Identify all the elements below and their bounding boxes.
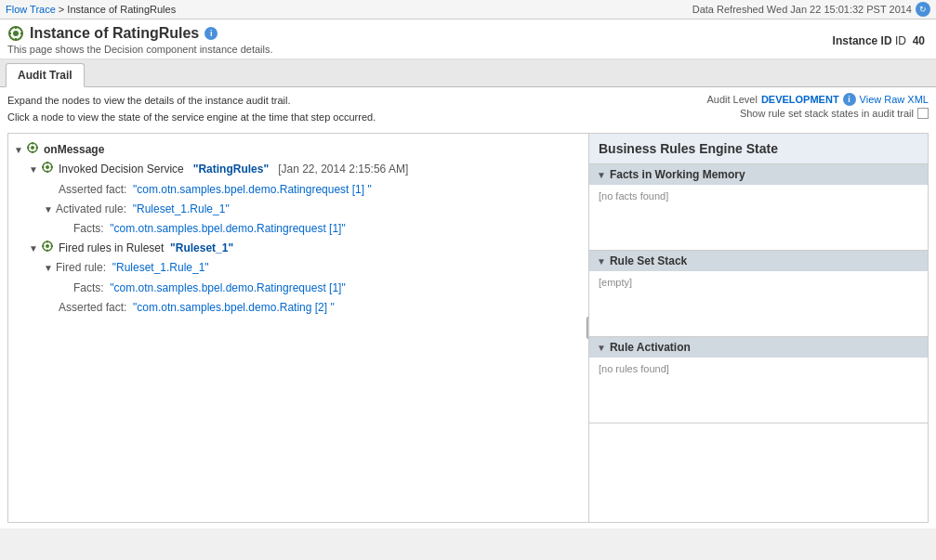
svg-point-13 [46,165,49,169]
toggle-activated[interactable]: ▼ [44,202,53,217]
content-area: Expand the nodes to view the details of … [0,87,936,528]
tree-node-asserted1: Asserted fact: "com.otn.samples.bpel.dem… [59,181,583,199]
gear-invoked-icon [41,161,54,174]
svg-rect-8 [32,142,33,145]
refresh-icon[interactable]: ↻ [916,2,930,17]
audit-description: Expand the nodes to view the details of … [7,93,376,125]
svg-rect-14 [46,162,48,164]
page-header: Instance of RatingRules i This page show… [0,20,936,59]
svg-point-1 [13,31,19,36]
audit-header: Expand the nodes to view the details of … [7,93,929,125]
svg-rect-2 [15,26,17,29]
top-bar: Flow Trace > Instance of RatingRules Dat… [0,0,936,20]
invoked-label: Invoked Decision Service "RatingRules" [… [59,161,408,178]
page-description: This page shows the Decision component i… [7,44,273,55]
audit-level-value[interactable]: DEVELOPMENT [761,94,839,105]
toggle-fired-rule[interactable]: ▼ [44,261,53,276]
toggle-invoked[interactable]: ▼ [29,163,38,177]
tree-node-fired-rule: ▼ Fired rule: "Ruleset_1.Rule_1" [44,259,583,296]
tree-node-facts1: Facts: "com.otn.samples.bpel.demo.Rating… [73,220,583,238]
svg-rect-20 [46,241,48,243]
invoked-service-name: "RatingRules" [193,163,269,176]
svg-rect-3 [15,38,17,41]
ruleset-section-label: Rule Set Stack [610,254,687,267]
audit-level-label: Audit Level [706,94,757,105]
invoked-timestamp: [Jan 22, 2014 2:15:56 AM] [278,163,408,176]
svg-point-19 [46,244,49,248]
show-rule-label: Show rule set stack states in audit trai… [740,108,914,119]
ruleset-section-body: [empty] [589,271,928,336]
collapse-handle[interactable]: ▶ [587,317,589,339]
engine-panel: Business Rules Engine State ▼ Facts in W… [589,134,928,522]
activation-section-body: [no rules found] [589,358,928,423]
svg-rect-22 [42,245,45,247]
audit-level-info-icon[interactable]: i [843,93,856,106]
ruleset-content: [empty] [599,277,632,288]
svg-rect-10 [27,147,30,149]
refresh-info: Data Refreshed Wed Jan 22 15:01:32 PST 2… [692,2,930,17]
gear-fired-icon [41,240,54,253]
engine-title: Business Rules Engine State [589,134,928,164]
facts-section-triangle: ▼ [597,170,606,180]
breadcrumb-flow-trace[interactable]: Flow Trace [6,4,56,15]
fired-group-label: Fired rules in Ruleset "Ruleset_1" [59,240,233,257]
tree-node-facts2: Facts: "com.otn.samples.bpel.demo.Rating… [73,280,583,297]
tree-node-onmessage: ▼ onMessage [14,141,583,317]
audit-controls: Audit Level DEVELOPMENT i View Raw XML S… [706,93,929,121]
facts-section-body: [no facts found] [589,185,928,250]
activation-content: [no rules found] [599,363,669,374]
svg-rect-23 [51,245,54,247]
engine-section-activation: ▼ Rule Activation [no rules found] [589,337,928,423]
svg-rect-21 [46,250,48,253]
engine-section-facts: ▼ Facts in Working Memory [no facts foun… [589,164,928,251]
breadcrumb: Flow Trace > Instance of RatingRules [6,4,176,15]
asserted1-label: Asserted fact: "com.otn.samples.bpel.dem… [59,181,372,199]
fired-rule-label: Fired rule: "Ruleset_1.Rule_1" [56,259,209,277]
activation-section-triangle: ▼ [597,343,606,353]
ruleset-section-header[interactable]: ▼ Rule Set Stack [589,251,928,271]
tree-panel: ▼ onMessage [8,134,589,522]
svg-rect-4 [8,33,11,34]
show-rule-checkbox[interactable] [917,108,929,119]
svg-rect-5 [20,33,23,34]
main-split: ▼ onMessage [7,133,929,523]
breadcrumb-separator: > [59,4,67,15]
facts-section-label: Facts in Working Memory [610,168,745,181]
facts1-label: Facts: "com.otn.samples.bpel.demo.Rating… [73,220,346,238]
facts-content: [no facts found] [599,190,668,202]
tabs-bar: Audit Trail [0,59,936,87]
view-raw-xml-link[interactable]: View Raw XML [860,94,929,105]
activation-section-header[interactable]: ▼ Rule Activation [589,337,928,358]
info-icon[interactable]: i [204,27,218,40]
gear-title-icon [7,25,24,42]
facts-section-header[interactable]: ▼ Facts in Working Memory [589,164,928,185]
toggle-fired-group[interactable]: ▼ [29,241,38,256]
activation-section-label: Rule Activation [610,341,691,354]
audit-desc-line1: Expand the nodes to view the details of … [7,93,376,110]
onmessage-label: onMessage [44,141,104,159]
asserted2-label: Asserted fact: "com.otn.samples.bpel.dem… [59,299,335,317]
audit-desc-line2: Click a node to view the state of the se… [7,110,376,126]
refresh-label: Data Refreshed Wed Jan 22 15:01:32 PST 2… [692,4,912,15]
breadcrumb-current: Instance of RatingRules [67,4,176,15]
instance-id: Instance ID ID 40 [833,34,929,47]
svg-rect-16 [42,167,45,169]
engine-section-ruleset: ▼ Rule Set Stack [empty] [589,251,928,337]
svg-rect-15 [46,171,48,174]
svg-rect-17 [51,167,54,169]
gear-onmessage-icon [26,141,39,154]
toggle-onmessage[interactable]: ▼ [14,143,23,158]
tree-node-asserted2: Asserted fact: "com.otn.samples.bpel.dem… [59,299,583,317]
svg-point-7 [31,146,34,150]
activated-label: Activated rule: "Ruleset_1.Rule_1" [56,201,230,218]
tree-node-activated: ▼ Activated rule: "Ruleset_1.Rule_1" [44,201,583,238]
svg-rect-9 [32,151,33,154]
tree-node-invoked: ▼ Invoked Decision Service [29,161,583,238]
ruleset-section-triangle: ▼ [597,256,606,267]
tree-node-fired-group: ▼ Fired rules in Ruleset [29,240,583,317]
tab-audit-trail[interactable]: Audit Trail [6,63,85,87]
facts2-label: Facts: "com.otn.samples.bpel.demo.Rating… [73,280,346,297]
svg-rect-11 [36,147,39,149]
page-title: Instance of RatingRules [30,25,199,42]
